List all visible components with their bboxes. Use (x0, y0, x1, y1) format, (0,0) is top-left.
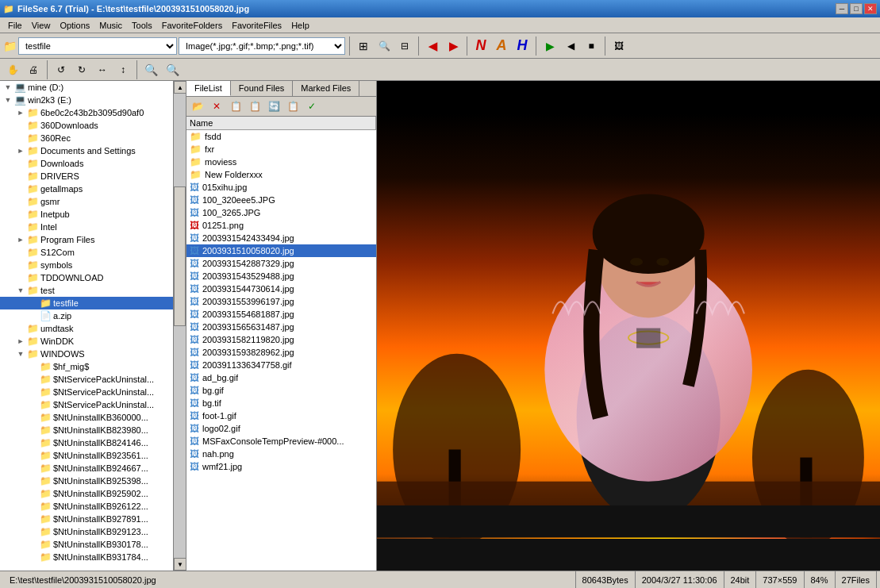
copy-btn[interactable]: 📋 (227, 98, 244, 114)
menu-view[interactable]: View (27, 19, 56, 32)
expand-icon-1[interactable]: ▼ (3, 96, 13, 104)
name-column-header[interactable]: Name (186, 117, 376, 129)
tree-item-31[interactable]: 📁$NtUninstallKB925398... (0, 475, 173, 487)
tree-item-11[interactable]: 📁Intel (0, 221, 173, 233)
menu-favoritefiles[interactable]: FavoriteFiles (227, 19, 286, 32)
file-row-18[interactable]: 🖼foot-1.gif (186, 409, 376, 422)
file-tree[interactable]: ▼💻mine (D:)▼💻win2k3 (E:)►📁6be0c2c43b2b30… (0, 81, 173, 571)
menu-help[interactable]: Help (286, 19, 314, 32)
menu-file[interactable]: File (3, 19, 27, 32)
tree-item-0[interactable]: ▼💻mine (D:) (0, 81, 173, 94)
tree-item-1[interactable]: ▼💻win2k3 (E:) (0, 94, 173, 106)
file-row-20[interactable]: 🖼MSFaxConsoleTempPreview-#000... (186, 435, 376, 448)
settings-btn[interactable]: 🖼 (609, 37, 628, 56)
expand-icon-2[interactable]: ► (16, 109, 25, 117)
tree-item-21[interactable]: ▼📁WINDOWS (0, 348, 173, 360)
folder-row-2[interactable]: 📁moviess (186, 156, 376, 168)
tree-item-35[interactable]: 📁$NtUninstallKB929123... (0, 525, 173, 538)
tree-item-29[interactable]: 📁$NtUninstallKB923561... (0, 449, 173, 462)
prev-btn[interactable]: ◀ (561, 37, 580, 56)
file-tab-0[interactable]: FileList (186, 81, 231, 96)
nav-n-btn[interactable]: N (471, 37, 490, 56)
menu-options[interactable]: Options (55, 19, 94, 32)
check-btn[interactable]: ✓ (303, 98, 321, 114)
stop-btn[interactable]: ■ (582, 37, 601, 56)
nav-a-btn[interactable]: A (492, 37, 511, 56)
file-tab-2[interactable]: Marked Files (293, 81, 359, 96)
menu-music[interactable]: Music (94, 19, 127, 32)
file-row-14[interactable]: 🖼2003911336347758.gif (186, 359, 376, 371)
file-row-16[interactable]: 🖼bg.gif (186, 384, 376, 397)
tree-item-2[interactable]: ►📁6be0c2c43b2b3095d90af0 (0, 106, 173, 119)
tree-item-28[interactable]: 📁$NtUninstallKB824146... (0, 436, 173, 449)
scroll-up-arrow[interactable]: ▲ (174, 81, 186, 94)
tree-item-37[interactable]: 📁$NtUninstallKB931784... (0, 551, 173, 563)
folder-row-0[interactable]: 📁fsdd (186, 130, 376, 143)
paste-btn[interactable]: 📋 (246, 98, 263, 114)
tree-item-9[interactable]: 📁gsmr (0, 195, 173, 208)
tree-item-18[interactable]: 📄a.zip (0, 309, 173, 322)
expand-icon-20[interactable]: ► (16, 337, 25, 345)
play-btn[interactable]: ▶ (540, 37, 559, 56)
rotate-right-btn[interactable]: ↻ (72, 60, 91, 79)
file-row-11[interactable]: 🖼2003931565631487.jpg (186, 321, 376, 333)
info-btn[interactable]: 📋 (284, 98, 302, 114)
file-row-19[interactable]: 🖼logo02.gif (186, 422, 376, 435)
file-tab-1[interactable]: Found Files (231, 81, 293, 96)
file-row-4[interactable]: 🖼2003931542433494.jpg (186, 232, 376, 244)
file-row-15[interactable]: 🖼ad_bg.gif (186, 371, 376, 384)
tree-item-14[interactable]: 📁symbols (0, 259, 173, 271)
folder-selector[interactable]: testfile (18, 37, 177, 55)
file-row-1[interactable]: 🖼100_320eee5.JPG (186, 194, 376, 206)
tree-item-30[interactable]: 📁$NtUninstallKB924667... (0, 462, 173, 475)
file-row-5[interactable]: 🖼2003931510058020.jpg (186, 244, 376, 257)
flip-v-btn[interactable]: ↕ (113, 60, 133, 79)
tree-item-27[interactable]: 📁$NtUninstallKB823980... (0, 424, 173, 436)
close-button[interactable]: ✕ (864, 3, 877, 14)
open-btn[interactable]: 📂 (189, 98, 206, 114)
flip-h-btn[interactable]: ↔ (93, 60, 112, 79)
file-row-3[interactable]: 🖼01251.png (186, 219, 376, 232)
next-folder-btn[interactable]: ▶ (444, 37, 463, 56)
prev-folder-btn[interactable]: ◀ (423, 37, 442, 56)
rotate-left-btn[interactable]: ↺ (52, 60, 71, 79)
file-row-22[interactable]: 🖼wmf21.jpg (186, 460, 376, 473)
tree-item-23[interactable]: 📁$NtServicePackUninstal... (0, 373, 173, 386)
expand-icon-12[interactable]: ► (16, 236, 25, 244)
expand-icon-16[interactable]: ▼ (16, 286, 25, 294)
refresh-btn[interactable]: 🔄 (265, 98, 282, 114)
tree-item-22[interactable]: 📁$hf_mig$ (0, 360, 173, 373)
tree-item-26[interactable]: 📁$NtUninstallKB360000... (0, 411, 173, 424)
nav-h-btn[interactable]: H (513, 37, 532, 56)
maximize-button[interactable]: □ (850, 3, 863, 14)
tree-item-20[interactable]: ►📁WinDDK (0, 335, 173, 348)
scroll-track[interactable] (174, 94, 186, 558)
view-mode-btn[interactable]: ⊞ (354, 37, 373, 56)
folder-row-3[interactable]: 📁New Folderxxx (186, 168, 376, 181)
tree-item-25[interactable]: 📁$NtServicePackUninstal... (0, 398, 173, 411)
menu-favoritefolders[interactable]: FavoriteFolders (157, 19, 227, 32)
tree-item-8[interactable]: 📁getallmaps (0, 183, 173, 195)
zoom-out-img-btn[interactable]: 🔍 (141, 60, 161, 79)
image-viewer[interactable] (377, 81, 880, 571)
file-row-21[interactable]: 🖼nah.png (186, 448, 376, 460)
zoom-in-img-btn[interactable]: 🔍 (163, 60, 183, 79)
tree-item-6[interactable]: 📁Downloads (0, 157, 173, 170)
search-btn[interactable]: 🔍 (375, 37, 394, 56)
tree-item-16[interactable]: ▼📁test (0, 284, 173, 297)
file-row-7[interactable]: 🖼2003931543529488.jpg (186, 270, 376, 282)
tree-item-13[interactable]: 📁S12Com (0, 246, 173, 259)
tree-item-12[interactable]: ►📁Program Files (0, 233, 173, 246)
tree-item-33[interactable]: 📁$NtUninstallKB926122... (0, 500, 173, 513)
zoom-out-btn[interactable]: ⊟ (395, 37, 414, 56)
tree-scrollbar[interactable]: ▲ ▼ (173, 81, 186, 571)
expand-icon-5[interactable]: ► (16, 147, 25, 155)
delete-btn[interactable]: ✕ (208, 98, 225, 114)
folder-row-1[interactable]: 📁fxr (186, 143, 376, 156)
file-row-10[interactable]: 🖼2003931554681887.jpg (186, 308, 376, 321)
tree-item-24[interactable]: 📁$NtServicePackUninstal... (0, 386, 173, 398)
tree-item-3[interactable]: 📁360Downloads (0, 119, 173, 132)
tree-item-5[interactable]: ►📁Documents and Settings (0, 144, 173, 157)
file-row-9[interactable]: 🖼2003931553996197.jpg (186, 295, 376, 308)
file-row-8[interactable]: 🖼2003931544730614.jpg (186, 282, 376, 295)
